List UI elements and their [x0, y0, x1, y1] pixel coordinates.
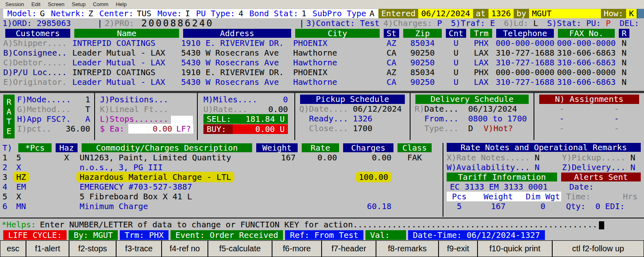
model-field: Model:G	[7, 9, 45, 18]
f9-exit-button[interactable]: f9-exit	[439, 240, 478, 257]
ea-field: $ Ea: 0.00 LF?	[100, 124, 194, 134]
cell-trm: PHX	[468, 67, 494, 77]
cell-fax: 000-000-0000	[556, 38, 617, 48]
row-label: B)Consignee..	[3, 48, 72, 58]
cell-trm: LAX	[468, 77, 494, 87]
how-value: K	[626, 9, 637, 18]
cell-r: N	[617, 67, 631, 77]
delivery-date-field: R)Date...06/13/2024	[411, 104, 534, 114]
bond-stat-field: Bond Stat:1	[249, 9, 306, 18]
cell-zip: 85034	[401, 67, 444, 77]
entered-date: 06/12/2024	[418, 9, 473, 18]
cell-cnt: U	[444, 58, 468, 67]
menu-screen[interactable]: Screen	[44, 0, 68, 8]
sell-value: 181.84 U	[246, 114, 285, 124]
cell-pcs: EM	[16, 182, 54, 192]
row-number: 5	[2, 192, 16, 201]
entered-label: Entered	[378, 9, 418, 18]
row-label: D)P/U Loc....	[3, 67, 72, 77]
alerts-sent-title: Alerts Sent	[561, 173, 641, 181]
menu-setup[interactable]: Setup	[68, 0, 89, 8]
menu-edit[interactable]: Edit	[28, 0, 44, 8]
menu-bar: Session Edit Screen Setup Comm Help	[0, 0, 644, 9]
cell-pcs: X	[16, 162, 54, 172]
corner-block	[637, 9, 644, 18]
entered-at-label: at	[473, 9, 488, 18]
rate-schedule-section: RA TE F)Mode.....1 G)Method...T H)App FS…	[0, 92, 644, 140]
cell-fax: 310-606-6863	[556, 58, 617, 67]
cell-r: N	[617, 48, 631, 58]
ctl-f2-follow-up-button[interactable]: ctl f2-follow up	[552, 240, 644, 257]
pu-stat-value: P	[606, 18, 611, 28]
f5-calculate-button[interactable]: f5-calculate	[208, 240, 272, 257]
cell-trm: LAX	[468, 48, 494, 58]
rate-box: RA TE F)Mode.....1 G)Method...T H)App FS…	[0, 93, 95, 140]
col-header-cnt: Cnt	[444, 29, 468, 38]
tariff-information-title: Tariff Information	[447, 173, 557, 181]
f6-more-button[interactable]: f6-more	[272, 240, 322, 257]
cell-description: Minimum Charge	[80, 201, 254, 211]
cell-telephone: 310-727-1688	[494, 77, 556, 87]
pickup-schedule-box: Pickup Schedule Q)Date....06/12/2024 Rea…	[295, 93, 411, 140]
status-dots: ........................................…	[353, 220, 597, 229]
pu-stat-label: PU:	[586, 18, 601, 28]
stat-label: S)Stat:	[547, 18, 581, 28]
col-header-st: St	[382, 29, 401, 38]
section-divider	[443, 143, 443, 217]
rate-notes-field: X)Rate Notes..... N	[447, 153, 562, 162]
entered-user: MGUT	[529, 9, 601, 18]
col-header-telephone: Telephone	[494, 29, 556, 38]
pickup-close-field: Close...1700	[295, 123, 410, 133]
cell-fax: 310-606-6863	[556, 77, 617, 87]
cell-telephone: 000-000-0000	[494, 38, 556, 48]
commodity-table: T) *Pcs Haz Commodity/Charges Descriptio…	[2, 143, 434, 211]
lifecycle-val: Val:	[365, 230, 406, 240]
ea-input[interactable]: 0.00 LF?	[128, 124, 193, 134]
header-fields: Model:G Netwrk:Z Center:TUS Move:I PU Ty…	[3, 9, 378, 18]
col-header-trm: Trm	[468, 29, 494, 38]
cell-zip: 90250	[401, 77, 444, 87]
pu-type-field: PU Type:4	[196, 9, 243, 18]
ld-label: 6)Ld:	[504, 18, 528, 28]
col-header-name: Name	[72, 29, 181, 38]
cell-description: Hazardous Material Charge - LTL	[80, 172, 254, 182]
col-header-description: Commodity/Charges Description	[80, 143, 254, 152]
stops-input[interactable]	[171, 116, 193, 124]
lifecycle-by: By: MGUT	[69, 230, 117, 240]
f10-quick-print-button[interactable]: f10-quick print	[478, 240, 552, 257]
commodity-corner-label: T)	[2, 143, 16, 153]
cell-class: FAK	[395, 153, 434, 162]
f3-trace-button[interactable]: f3-trace	[116, 240, 162, 257]
cell-r: N	[617, 38, 631, 48]
life-cycle-bar: LIFE CYCLE: By: MGUT Trm: PHX Event: Ord…	[3, 230, 545, 240]
remarks-panel: Rate Notes and Operational Remarks X)Rat…	[447, 143, 644, 211]
cell-charges: 60.18	[341, 201, 395, 211]
del-stat-label: DEL:	[620, 18, 639, 28]
assignments-title: N) Assignments	[539, 95, 639, 104]
cell-zip: 90250	[401, 58, 444, 67]
customers-table: Customers Name Address City St Zip Cnt T…	[3, 28, 631, 87]
row-label: E)Originator.	[3, 77, 72, 87]
col-header-pcs: *Pcs	[16, 143, 54, 152]
f4-ref-no-button[interactable]: f4-ref no	[162, 240, 208, 257]
stops-field: L)Stops.......	[100, 114, 194, 124]
cell-address: 1910 E. RIVERVIEW DR.	[181, 38, 293, 48]
entered-time: 1326	[488, 9, 514, 18]
f1-alert-button[interactable]: f1-alert	[26, 240, 69, 257]
esc-button[interactable]: esc	[0, 240, 26, 257]
row-number: 2	[2, 162, 16, 172]
pickup-date-field: Q)Date....06/12/2024	[295, 104, 410, 114]
f2-stops-button[interactable]: f2-stops	[69, 240, 116, 257]
f7-header-button[interactable]: f7-header	[322, 240, 376, 257]
menu-comm[interactable]: Comm	[89, 0, 112, 8]
row-label: A)Shipper....	[3, 38, 72, 48]
subpro-field: SubPro TypeA	[312, 9, 374, 18]
pickup-schedule-title: Pickup Schedule	[300, 95, 405, 104]
cell-charges: 100.00	[341, 172, 395, 182]
cell-city: Hawthorne	[293, 77, 382, 87]
cell-pcs: MN	[16, 201, 54, 211]
f8-remarks-button[interactable]: f8-remarks	[376, 240, 439, 257]
text-cursor[interactable]	[599, 221, 604, 229]
menu-session[interactable]: Session	[2, 0, 28, 8]
menu-help[interactable]: Help	[112, 0, 130, 8]
